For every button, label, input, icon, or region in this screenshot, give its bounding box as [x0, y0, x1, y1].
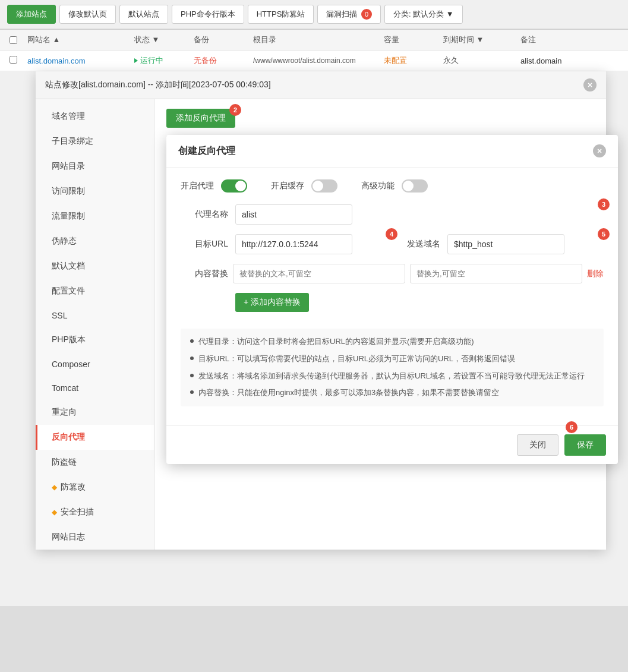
enable-cache-knob: [313, 181, 323, 191]
proxy-name-input[interactable]: [235, 204, 352, 225]
step-2-badge: 2: [229, 104, 241, 116]
sidebar-item-hotlink-protection[interactable]: 防盗链: [36, 450, 154, 475]
site-root-dir: /www/wwwroot/alist.domain.com: [253, 56, 384, 65]
modal-close-icon: ×: [597, 146, 602, 156]
select-all-checkbox[interactable]: [10, 36, 17, 44]
status-text: 运行中: [140, 55, 163, 66]
vuln-scan-badge: 0: [361, 9, 372, 20]
security-scan-label: 安全扫描: [61, 507, 94, 518]
advanced-toggle-item: 高级功能: [361, 179, 428, 193]
sidebar-item-domain[interactable]: 域名管理: [36, 104, 154, 129]
help-text-3: 发送域名：将域名添加到请求头传递到代理服务器，默认为目标URL域名，若设置不当可…: [198, 370, 585, 383]
sidebar-item-ssl[interactable]: SSL: [36, 304, 154, 327]
vuln-scan-button[interactable]: 漏洞扫描 0: [317, 5, 381, 24]
content-replace-source-input[interactable]: [233, 264, 405, 283]
add-content-replace-button[interactable]: + 添加内容替换: [235, 293, 309, 312]
site-modify-body: 域名管理 子目录绑定 网站目录 访问限制 流量限制 伪静态 默认文档 配置文件 …: [36, 99, 606, 550]
modify-default-page-button[interactable]: 修改默认页: [59, 5, 116, 24]
send-domain-input[interactable]: [447, 234, 564, 254]
sidebar-item-access-limit[interactable]: 访问限制: [36, 179, 154, 204]
vuln-scan-label: 漏洞扫描: [326, 10, 357, 18]
site-modify-close-button[interactable]: ×: [583, 78, 597, 92]
site-modify-title: 站点修改[alist.domain.com] -- 添加时间[2023-07-0…: [45, 80, 271, 90]
content-area: 添加反向代理 2 名称 代理目录 目标url 缓存 状态 操作: [154, 99, 606, 550]
col-name[interactable]: 网站名 ▲: [27, 34, 134, 45]
modal-body: 开启代理 开启缓存: [166, 168, 618, 425]
col-expire[interactable]: 到期时间 ▼: [443, 34, 520, 45]
modal-close-btn[interactable]: 关闭: [517, 434, 558, 456]
target-url-label: 目标URL: [181, 239, 228, 250]
help-text-4: 内容替换：只能在使用nginx时提供，最多可以添加3条替换内容，如果不需要替换请…: [198, 387, 499, 399]
row-checkbox[interactable]: [10, 56, 17, 64]
advanced-toggle[interactable]: [402, 179, 428, 193]
sidebar-item-security-scan[interactable]: ◆ 安全扫描: [36, 500, 154, 525]
target-url-row: 目标URL 4 发送域名 5: [181, 234, 604, 254]
sidebar-item-subdir[interactable]: 子目录绑定: [36, 129, 154, 154]
col-backup: 备份: [194, 34, 253, 45]
sidebar-item-default-doc[interactable]: 默认文档: [36, 254, 154, 279]
site-modify-header: 站点修改[alist.domain.com] -- 添加时间[2023-07-0…: [36, 71, 606, 99]
enable-proxy-toggle[interactable]: [221, 179, 247, 193]
add-site-button[interactable]: 添加站点: [7, 5, 56, 24]
add-proxy-label: 添加反向代理: [176, 113, 226, 124]
step-6-badge: 6: [566, 421, 577, 433]
help-text-area: 代理目录：访问这个目录时将会把目标URL的内容返回并显示(需要开启高级功能) 目…: [181, 329, 604, 406]
sidebar-item-php-version[interactable]: PHP版本: [36, 327, 154, 352]
modal-header: 创建反向代理 ×: [166, 135, 618, 168]
target-url-input-wrapper: 4: [235, 234, 392, 254]
help-text-2: 目标URL：可以填写你需要代理的站点，目标URL必须为可正常访问的URL，否则将…: [198, 353, 515, 365]
enable-proxy-label: 开启代理: [181, 181, 214, 191]
modal-footer: 6 关闭 保存: [166, 425, 618, 464]
enable-proxy-toggle-item: 开启代理: [181, 179, 247, 193]
target-url-input[interactable]: [235, 234, 352, 254]
proxy-name-input-wrapper: 3: [235, 204, 604, 225]
sidebar-item-redirect[interactable]: 重定向: [36, 400, 154, 425]
proxy-name-label: 代理名称: [181, 209, 228, 220]
page-background: 添加站点 修改默认页 默认站点 PHP命令行版本 HTTPS防篡站 漏洞扫描 0…: [0, 0, 628, 672]
bullet-3: [190, 374, 194, 377]
add-reverse-proxy-button[interactable]: 添加反向代理 2: [166, 109, 235, 128]
help-item-2: 目标URL：可以填写你需要代理的站点，目标URL必须为可正常访问的URL，否则将…: [190, 353, 594, 365]
bullet-1: [190, 339, 194, 343]
site-note: alist.domain: [520, 56, 618, 65]
diamond-icon-security-scan: ◆: [52, 508, 57, 516]
proxy-name-row: 代理名称 3: [181, 204, 604, 225]
site-capacity: 未配置: [384, 55, 443, 66]
running-indicator: [134, 58, 138, 63]
close-icon: ×: [588, 80, 592, 90]
category-button[interactable]: 分类: 默认分类 ▼: [384, 5, 463, 24]
sidebar-item-anti-tamper[interactable]: ◆ 防篡改: [36, 475, 154, 500]
sidebar-item-traffic-limit[interactable]: 流量限制: [36, 204, 154, 229]
modal-close-button[interactable]: ×: [593, 144, 606, 157]
create-proxy-modal: 创建反向代理 × 开启代理: [166, 135, 618, 464]
help-item-3: 发送域名：将域名添加到请求头传递到代理服务器，默认为目标URL域名，若设置不当可…: [190, 370, 594, 383]
default-site-button[interactable]: 默认站点: [119, 5, 168, 24]
step-3-badge: 3: [598, 198, 610, 210]
php-cmd-version-button[interactable]: PHP命令行版本: [172, 5, 244, 24]
enable-cache-toggle[interactable]: [311, 179, 337, 193]
top-toolbar: 添加站点 修改默认页 默认站点 PHP命令行版本 HTTPS防篡站 漏洞扫描 0…: [0, 0, 628, 30]
content-replace-delete-button[interactable]: 删除: [587, 269, 604, 279]
add-content-replace-label: + 添加内容替换: [244, 297, 301, 308]
help-text-1: 代理目录：访问这个目录时将会把目标URL的内容返回并显示(需要开启高级功能): [198, 336, 474, 348]
category-dropdown-icon: ▼: [446, 10, 454, 18]
category-label: 分类: 默认分类: [393, 10, 444, 18]
content-replace-target-input[interactable]: [410, 264, 582, 283]
modal-save-btn[interactable]: 保存: [564, 434, 606, 456]
sidebar-item-site-log[interactable]: 网站日志: [36, 525, 154, 550]
site-expire: 永久: [443, 55, 520, 66]
send-domain-label: 发送域名: [399, 239, 440, 250]
site-name[interactable]: alist.domain.com: [27, 56, 134, 65]
send-domain-input-wrapper: 5: [447, 234, 604, 254]
sidebar-item-reverse-proxy[interactable]: 反向代理: [36, 425, 154, 450]
sidebar-item-pseudo-static[interactable]: 伪静态: [36, 229, 154, 254]
sidebar-item-tomcat[interactable]: Tomcat: [36, 376, 154, 400]
sidebar-item-website-dir[interactable]: 网站目录: [36, 154, 154, 179]
col-status[interactable]: 状态 ▼: [134, 34, 194, 45]
sidebar-item-composer[interactable]: Composer: [36, 352, 154, 376]
https-protection-button[interactable]: HTTPS防篡站: [248, 5, 314, 24]
enable-proxy-knob: [235, 181, 246, 191]
sidebar-item-config-file[interactable]: 配置文件: [36, 279, 154, 304]
col-note: 备注: [520, 34, 618, 45]
help-item-1: 代理目录：访问这个目录时将会把目标URL的内容返回并显示(需要开启高级功能): [190, 336, 594, 348]
